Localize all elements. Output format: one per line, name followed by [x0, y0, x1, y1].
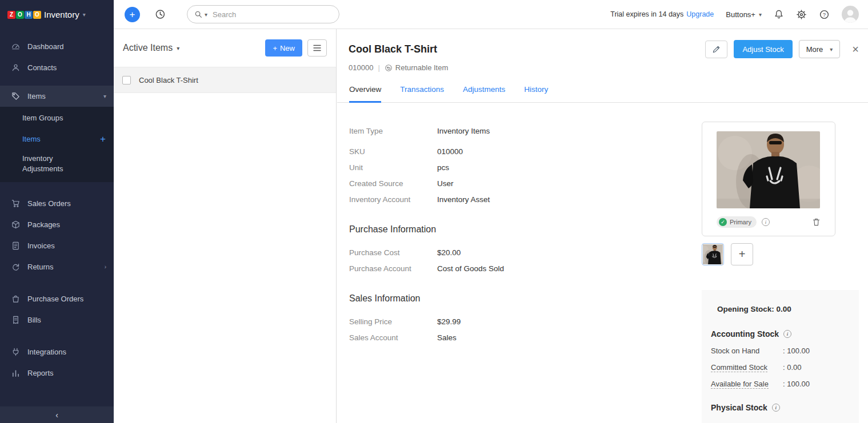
chevron-down-icon: ▾ — [830, 46, 833, 53]
tab-adjustments[interactable]: Adjustments — [463, 85, 505, 103]
pencil-icon — [712, 45, 721, 54]
edit-item-button[interactable] — [705, 41, 727, 58]
returns-icon — [11, 263, 20, 271]
primary-info-icon[interactable]: i — [762, 218, 770, 226]
trash-icon — [812, 217, 821, 227]
person-icon — [842, 7, 859, 23]
accounting-stock-info-icon[interactable]: i — [783, 330, 791, 338]
field-created-source: Created Source User — [349, 179, 690, 188]
image-thumbnail[interactable] — [702, 243, 724, 265]
sales-orders-icon — [11, 199, 20, 208]
quick-create-button[interactable]: + — [125, 7, 140, 22]
sidebar-item-label: Bills — [27, 316, 41, 324]
field-label: SKU — [349, 147, 437, 156]
primary-badge-label: Primary — [730, 219, 751, 225]
sidebar-items-submenu: Item Groups Items + Inventory Adjustment… — [0, 107, 114, 182]
sidebar-item-integrations[interactable]: Integrations — [0, 341, 114, 362]
list-filter-dropdown[interactable]: Active Items ▾ — [123, 43, 179, 53]
app-logo[interactable]: Z O H O Inventory ▾ — [0, 0, 114, 29]
tab-history[interactable]: History — [524, 85, 548, 103]
notifications-button[interactable] — [774, 9, 784, 19]
detail-tabs: Overview Transactions Adjustments Histor… — [337, 85, 868, 103]
stock-label-text[interactable]: Available for Sale — [711, 380, 769, 389]
field-value: $20.00 — [437, 248, 461, 257]
physical-stock-info-icon[interactable]: i — [772, 404, 780, 412]
list-options-button[interactable] — [307, 39, 327, 57]
sidebar-item-sales-orders[interactable]: Sales Orders — [0, 193, 114, 214]
sidebar-item-contacts[interactable]: Contacts — [0, 57, 114, 78]
field-label: Sales Account — [349, 333, 437, 342]
chevron-down-icon: ▾ — [759, 11, 762, 18]
separator: | — [378, 63, 379, 72]
user-avatar[interactable] — [842, 6, 859, 23]
detail-subheader: 010000 | Returnable Item — [337, 58, 868, 72]
field-inventory-account: Inventory Account Inventory Asset — [349, 195, 690, 204]
sidebar-collapse-button[interactable]: ‹ — [0, 406, 114, 423]
stock-row-available-for-sale: Available for Sale : 100.00 — [711, 380, 850, 388]
contacts-icon — [11, 63, 20, 72]
header-actions: Adjust Stock More ▾ × — [705, 40, 859, 58]
sidebar-item-items-sub[interactable]: Items + — [0, 128, 114, 150]
search-input[interactable] — [213, 10, 332, 19]
field-value: Inventory Asset — [437, 195, 490, 204]
field-purchase-account: Purchase Account Cost of Goods Sold — [349, 264, 690, 273]
stock-row-value: : 100.00 — [783, 347, 810, 355]
search-scope-caret-icon[interactable]: ▾ — [205, 11, 207, 18]
sidebar-item-purchase-orders[interactable]: Purchase Orders — [0, 288, 114, 309]
sidebar-item-dashboard[interactable]: Dashboard — [0, 36, 114, 57]
stock-row-label: Committed Stock — [711, 363, 783, 372]
adjust-stock-button[interactable]: Adjust Stock — [734, 40, 792, 58]
logo-letter-h: H — [25, 11, 33, 19]
upgrade-link[interactable]: Upgrade — [686, 10, 714, 18]
integrations-icon — [11, 348, 20, 356]
product-photo[interactable] — [717, 131, 820, 208]
add-image-button[interactable]: + — [731, 243, 753, 265]
row-checkbox[interactable] — [122, 76, 131, 84]
sidebar-item-reports[interactable]: Reports — [0, 362, 114, 384]
item-name: Cool Black T-Shirt — [139, 76, 198, 84]
new-button-label: New — [280, 44, 295, 53]
org-switcher[interactable]: Buttons+ ▾ — [726, 10, 762, 19]
stock-summary-panel: Opening Stock: 0.00 Accounting Stock i S… — [702, 290, 859, 423]
chevron-down-icon: ▾ — [103, 93, 106, 99]
stock-row-label: Available for Sale — [711, 380, 783, 388]
close-button[interactable]: × — [852, 43, 859, 55]
search-box[interactable]: ▾ — [187, 5, 339, 23]
image-badge-row: ✓ Primary i — [717, 216, 821, 228]
field-value: pcs — [437, 163, 449, 172]
sidebar-item-packages[interactable]: Packages — [0, 214, 114, 235]
gear-icon — [796, 9, 807, 20]
sidebar-item-items[interactable]: Items ▾ — [0, 86, 114, 107]
new-item-button[interactable]: + New — [265, 39, 302, 57]
page-title: Cool Black T-Shirt — [349, 43, 437, 55]
more-label: More — [806, 45, 823, 54]
sidebar-item-bills[interactable]: Bills — [0, 309, 114, 331]
chevron-down-icon: ▾ — [177, 45, 179, 51]
sidebar-item-returns[interactable]: Returns › — [0, 256, 114, 277]
stock-label-text[interactable]: Committed Stock — [711, 363, 767, 372]
help-button[interactable]: ? — [819, 9, 830, 20]
stock-row-value: : 100.00 — [783, 380, 810, 388]
field-unit: Unit pcs — [349, 163, 690, 172]
more-button[interactable]: More ▾ — [799, 40, 841, 58]
tab-transactions[interactable]: Transactions — [400, 85, 444, 103]
sidebar-item-label: Items — [22, 134, 41, 144]
tab-overview[interactable]: Overview — [349, 85, 381, 103]
hamburger-icon — [313, 45, 321, 51]
delete-image-button[interactable] — [812, 217, 821, 227]
invoices-icon — [11, 241, 20, 250]
sidebar-item-item-groups[interactable]: Item Groups — [0, 107, 114, 128]
logo-letter-z: Z — [7, 11, 15, 19]
search-icon — [194, 10, 203, 19]
sidebar-item-inventory-adjustments[interactable]: Inventory Adjustments — [0, 150, 74, 178]
sidebar-item-invoices[interactable]: Invoices — [0, 235, 114, 256]
sidebar-item-label: Items — [27, 92, 46, 100]
collapse-chevron-icon: ‹ — [55, 410, 58, 420]
field-value: Inventory Items — [437, 127, 490, 135]
list-item-cool-black-t-shirt[interactable]: Cool Black T-Shirt — [114, 67, 336, 93]
settings-button[interactable] — [796, 9, 807, 20]
reports-icon — [11, 369, 20, 377]
recent-activity-button[interactable] — [154, 9, 166, 20]
org-name: Buttons+ — [726, 10, 755, 19]
add-item-icon[interactable]: + — [100, 134, 106, 144]
